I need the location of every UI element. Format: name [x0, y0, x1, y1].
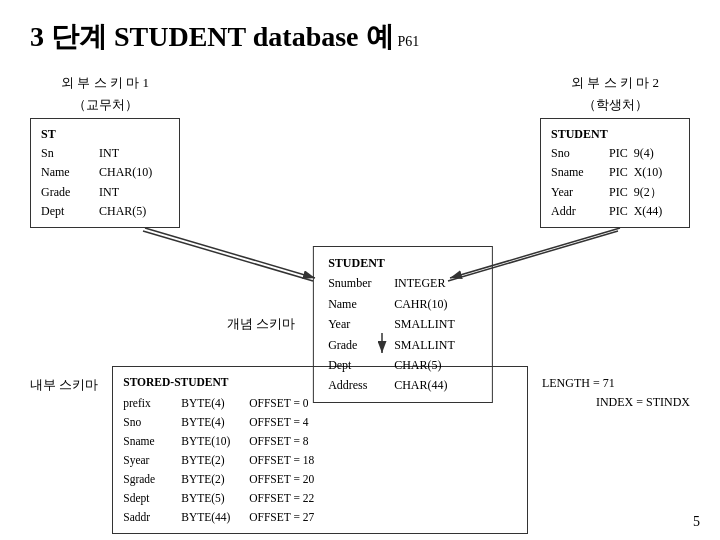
ext2-row-0: STUDENT — [551, 125, 679, 144]
concept-row-1: SnumberINTEGER — [328, 273, 478, 293]
ext1-row-0: ST — [41, 125, 169, 144]
ext2-row-2: SnamePIC X(10) — [551, 163, 679, 182]
concept-row-0: STUDENT — [328, 253, 478, 273]
conceptual-label: 개념 스키마 — [227, 315, 295, 333]
page-number: 5 — [693, 514, 700, 530]
stored-row-5: Sdept BYTE(5) OFFSET = 22 — [123, 489, 517, 508]
length-index-area: LENGTH = 71 INDEX = STINDX — [542, 376, 690, 410]
ext2-row-1: SnoPIC 9(4) — [551, 144, 679, 163]
ext1-label1: 외 부 스 키 마 1 — [30, 74, 180, 92]
stored-row-1: Sno BYTE(4) OFFSET = 4 — [123, 413, 517, 432]
stored-row-2: Sname BYTE(10) OFFSET = 8 — [123, 432, 517, 451]
external-schema-1: 외 부 스 키 마 1 （교무처） ST SnINT NameCHAR(10) … — [30, 74, 180, 228]
ext1-box: ST SnINT NameCHAR(10) GradeINT DeptCHAR(… — [30, 118, 180, 228]
ext2-label1: 외 부 스 키 마 2 — [540, 74, 690, 92]
ext2-label2: （학생처） — [540, 96, 690, 114]
ext1-row-1: SnINT — [41, 144, 169, 163]
ext1-row-3: GradeINT — [41, 183, 169, 202]
concept-row-4: GradeSMALLINT — [328, 335, 478, 355]
ext1-label2: （교무처） — [30, 96, 180, 114]
middle-area: 개념 스키마 STUDENT SnumberINTEGER NameCAHR(1… — [30, 228, 690, 358]
stored-row-4: Sgrade BYTE(2) OFFSET = 20 — [123, 470, 517, 489]
ext2-row-4: AddrPIC X(44) — [551, 202, 679, 221]
ext1-row-4: DeptCHAR(5) — [41, 202, 169, 221]
ext2-row-3: YearPIC 9(2） — [551, 183, 679, 202]
concept-row-3: YearSMALLINT — [328, 314, 478, 334]
external-schemas-row: 외 부 스 키 마 1 （교무처） ST SnINT NameCHAR(10) … — [30, 74, 690, 228]
title-text: 3 단계 STUDENT database 예 — [30, 18, 394, 56]
conceptual-box: STUDENT SnumberINTEGER NameCAHR(10) Year… — [313, 246, 493, 403]
concept-row-5: DeptCHAR(5) — [328, 355, 478, 375]
index-value: INDEX = STINDX — [596, 395, 690, 409]
ext1-row-2: NameCHAR(10) — [41, 163, 169, 182]
internal-label: 내부 스키마 — [30, 376, 98, 394]
ext2-box: STUDENT SnoPIC 9(4) SnamePIC X(10) YearP… — [540, 118, 690, 228]
length-text: LENGTH = 71 — [542, 376, 690, 391]
external-schema-2: 외 부 스 키 마 2 （학생처） STUDENT SnoPIC 9(4) Sn… — [540, 74, 690, 228]
title-p61: P61 — [398, 34, 420, 50]
conceptual-area: 개념 스키마 STUDENT SnumberINTEGER NameCAHR(1… — [227, 246, 493, 403]
index-text: INDEX = STINDX — [542, 395, 690, 410]
stored-row-3: Syear BYTE(2) OFFSET = 18 — [123, 451, 517, 470]
page-title: 3 단계 STUDENT database 예 P61 — [30, 18, 690, 56]
stored-row-6: Saddr BYTE(44) OFFSET = 27 — [123, 508, 517, 527]
concept-row-2: NameCAHR(10) — [328, 294, 478, 314]
concept-row-6: AddressCHAR(44) — [328, 375, 478, 395]
